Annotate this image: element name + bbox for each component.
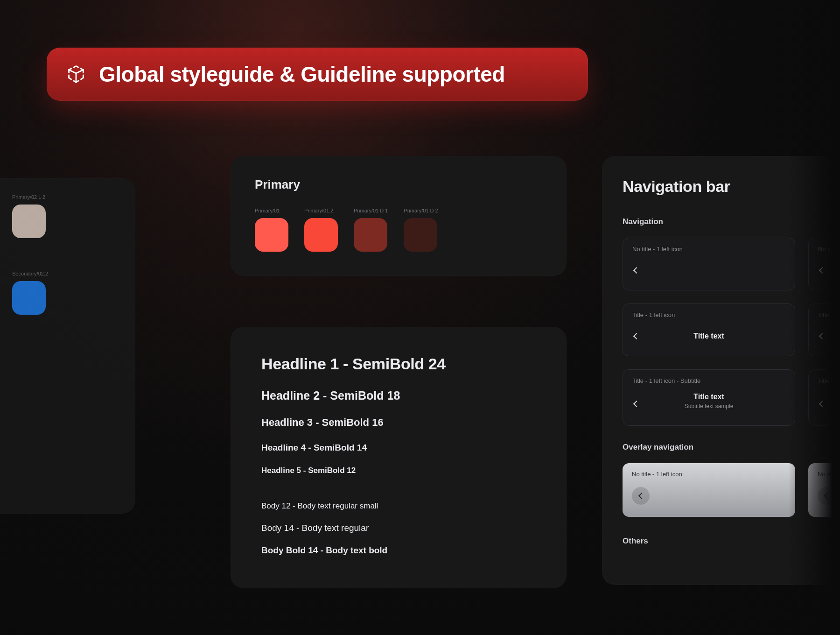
nav-caption: Title - 1 left icon - Subtitle (632, 377, 785, 384)
type-sample-h1: Headline 1 - SemiBold 24 (261, 355, 536, 373)
type-sample-h5: Headline 5 - SemiBold 12 (261, 466, 536, 475)
nav-sample: Title - 1 left icon Title text (623, 303, 795, 356)
type-sample-bodybold14: Body Bold 14 - Body text bold (261, 545, 536, 556)
swatch-block: Primary/01.2 (304, 208, 338, 252)
chevron-left-icon[interactable] (633, 267, 640, 274)
swatch-block: Secondary/02.2 (12, 271, 48, 315)
swatch-label: Primary/02 L 2 (12, 194, 46, 200)
chevron-left-icon (824, 493, 831, 499)
type-sample-h3: Headline 3 - SemiBold 16 (261, 416, 536, 429)
chevron-left-icon[interactable] (819, 333, 826, 339)
primary-colors-card: Primary Primary/01 Primary/01.2 Primary/… (231, 156, 567, 276)
nav-title-text: Title text (632, 332, 785, 340)
nav-sample: No title (808, 238, 840, 290)
navcard-title: Navigation bar (623, 177, 840, 196)
nav-sample: Title - (808, 369, 840, 426)
chevron-left-icon[interactable] (819, 401, 826, 407)
back-button[interactable] (818, 487, 835, 505)
type-sample-h2: Headline 2 - SemiBold 18 (261, 389, 536, 402)
hero-title: Global styleguide & Guideline supported (99, 62, 505, 87)
nav-sample: No title - 1 left icon (623, 238, 795, 290)
swatch (354, 218, 387, 252)
swatch-label: Primary/01 (255, 208, 288, 213)
nav-caption: Title - (818, 311, 840, 318)
swatch-label: Primary/01.2 (304, 208, 338, 213)
swatch (12, 281, 46, 315)
nav-caption: Title - 1 left icon (632, 311, 785, 318)
nav-sample: Title - 1 left icon - Subtitle Title tex… (623, 369, 795, 426)
nav-caption: No title (818, 246, 840, 253)
swatch-label: Primary/01 D 2 (404, 208, 438, 213)
navigation-bar-card: Navigation bar Navigation No title - 1 l… (602, 156, 840, 585)
swatch (255, 218, 288, 252)
chevron-left-icon (638, 493, 645, 499)
type-sample-body12: Body 12 - Body text regular small (261, 501, 536, 511)
swatch-block: Primary/01 D 1 (354, 208, 388, 252)
swatch-label: Secondary/02.2 (12, 271, 48, 276)
swatch-block: Primary/02 L 2 (12, 194, 46, 238)
nav-caption: No title (818, 471, 840, 478)
hero-banner: Global styleguide & Guideline supported (47, 48, 588, 101)
chevron-left-icon[interactable] (819, 267, 826, 274)
back-button[interactable] (632, 487, 650, 505)
swatch (12, 205, 46, 238)
nav-caption: Title - (818, 377, 840, 384)
cube-icon (65, 64, 87, 85)
nav-subtitle-text: Subtitle text sample (632, 403, 785, 409)
nav-section-others: Others (623, 536, 840, 546)
overlay-nav-sample: No title - 1 left icon (623, 463, 795, 517)
swatch (304, 218, 338, 252)
left-swatch-card: ry/01.2 Primary/01 L 1 Primary/02 L 2 da… (0, 178, 135, 514)
nav-section-overlay: Overlay navigation (623, 443, 840, 452)
swatch (404, 218, 437, 252)
swatch-block: Primary/01 (255, 208, 288, 252)
nav-sample: Title - (808, 303, 840, 356)
nav-caption: No title - 1 left icon (632, 246, 785, 253)
nav-title-text: Title text (632, 393, 785, 401)
overlay-nav-sample: No title (808, 463, 840, 517)
type-sample-h4: Headline 4 - SemiBold 14 (261, 443, 536, 453)
swatch-block: Primary/01 D 2 (404, 208, 438, 252)
type-sample-body14: Body 14 - Body text regular (261, 523, 536, 533)
swatch-label: Primary/01 D 1 (354, 208, 388, 213)
primary-title: Primary (255, 177, 542, 192)
nav-section-navigation: Navigation (623, 217, 840, 226)
nav-caption: No title - 1 left icon (632, 471, 786, 478)
typography-card: Headline 1 - SemiBold 24 Headline 2 - Se… (231, 327, 567, 588)
